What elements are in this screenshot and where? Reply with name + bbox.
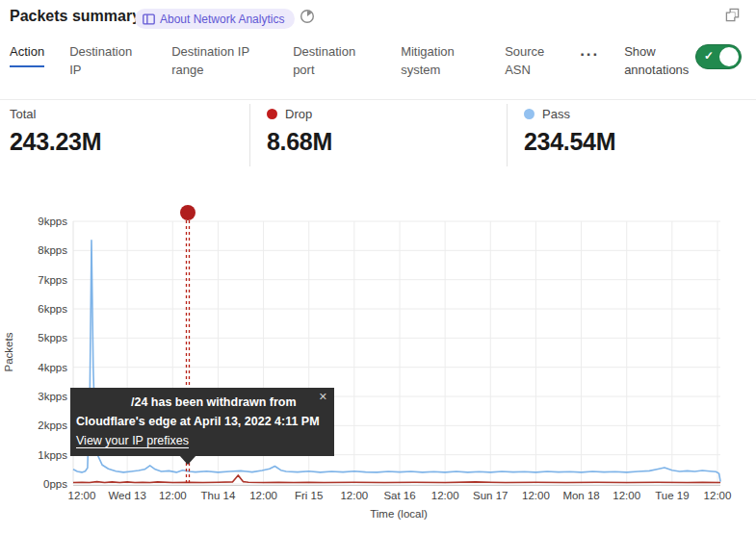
x-tick-label: 12:00 <box>522 490 550 501</box>
stat-total-value: 243.23M <box>10 128 101 156</box>
stat-pass-value: 234.54M <box>524 128 615 156</box>
time-history-icon[interactable] <box>299 9 316 26</box>
pass-legend-dot <box>524 109 534 119</box>
packets-summary-panel: Packets summary About Network Analytics … <box>0 0 756 534</box>
page-title: Packets summary <box>10 8 141 25</box>
show-annotations-label: Show annotations <box>624 42 705 79</box>
x-tick-label: 12:00 <box>159 490 187 501</box>
x-tick-label: Tue 19 <box>655 490 689 501</box>
stat-divider <box>249 104 250 166</box>
x-tick-label: 12:00 <box>249 490 277 501</box>
tab-destination-ip[interactable]: Destination IP <box>69 42 146 79</box>
x-tick-label: 12:00 <box>68 490 96 501</box>
y-tick-label: 4kpps <box>38 362 67 373</box>
drop-legend-dot <box>267 109 277 119</box>
x-tick-label: Wed 13 <box>108 490 145 501</box>
y-tick-label: 6kpps <box>38 303 67 315</box>
series-line-drop <box>73 475 720 483</box>
y-tick-label: 1kpps <box>38 449 67 461</box>
tab-source-asn[interactable]: Source ASN <box>505 42 555 79</box>
y-tick-label: 0pps <box>43 478 67 490</box>
y-tick-label: 7kpps <box>38 274 67 286</box>
about-badge-label: About Network Analytics <box>160 13 284 26</box>
annotation-marker[interactable] <box>180 205 196 220</box>
x-tick-label: 12:00 <box>613 490 640 501</box>
x-tick-label: 12:00 <box>431 490 459 501</box>
stat-drop-label: Drop <box>285 107 312 121</box>
more-tabs-button[interactable]: ··· <box>580 50 599 60</box>
x-tick-label: Thu 14 <box>201 490 236 501</box>
stat-pass-label: Pass <box>542 107 570 121</box>
x-tick-label: Sat 16 <box>383 490 415 501</box>
tooltip-text-line2: Cloudflare's edge at April 13, 2022 4:11… <box>76 412 326 431</box>
stat-pass: Pass 234.54M <box>524 107 615 156</box>
popout-button[interactable] <box>723 8 741 25</box>
annotation-tooltip: ✕ /24 has been withdrawn from Cloudflare… <box>70 388 334 456</box>
y-axis-title: Packets <box>3 332 14 371</box>
overlapping-squares-icon <box>725 8 740 22</box>
y-tick-label: 5kpps <box>38 332 67 343</box>
breakdown-tabs: Action Destination IP Destination IP ran… <box>10 42 705 79</box>
stat-total: Total 243.23M <box>10 107 101 156</box>
stat-total-label: Total <box>10 107 36 121</box>
pie-clock-icon <box>300 9 315 24</box>
x-tick-label: Mon 18 <box>562 490 599 501</box>
y-tick-label: 2kpps <box>38 420 67 431</box>
x-axis-title: Time (local) <box>370 508 428 520</box>
tab-action[interactable]: Action <box>10 42 44 67</box>
tabs-divider <box>0 99 756 100</box>
x-tick-label: Fri 15 <box>295 490 323 501</box>
y-tick-label: 3kpps <box>38 391 67 402</box>
check-icon: ✓ <box>704 49 714 63</box>
x-tick-label: 12:00 <box>340 490 368 501</box>
stat-divider <box>507 104 508 166</box>
y-tick-label: 8kpps <box>38 244 67 256</box>
tooltip-caret <box>179 455 196 465</box>
packets-time-series-chart: 9kpps8kpps7kpps6kpps5kpps4kpps3kpps2kpps… <box>0 202 756 534</box>
tab-destination-port[interactable]: Destination port <box>293 42 376 79</box>
stat-drop-value: 8.68M <box>267 128 332 156</box>
book-icon <box>143 13 155 25</box>
show-annotations-toggle[interactable]: ✓ <box>695 44 742 69</box>
tooltip-close-icon[interactable]: ✕ <box>319 391 327 403</box>
view-ip-prefixes-link[interactable]: View your IP prefixes <box>76 434 189 447</box>
x-tick-label: 12:00 <box>704 490 732 501</box>
tooltip-text-line1: /24 has been withdrawn from <box>76 393 326 412</box>
stat-drop: Drop 8.68M <box>267 107 332 156</box>
tab-destination-ip-range[interactable]: Destination IP range <box>171 42 268 79</box>
y-tick-label: 9kpps <box>38 216 67 227</box>
tab-mitigation-system[interactable]: Mitigation system <box>401 42 480 79</box>
about-network-analytics-link[interactable]: About Network Analytics <box>135 9 295 29</box>
toggle-knob <box>719 47 739 66</box>
x-tick-label: Sun 17 <box>473 490 508 501</box>
